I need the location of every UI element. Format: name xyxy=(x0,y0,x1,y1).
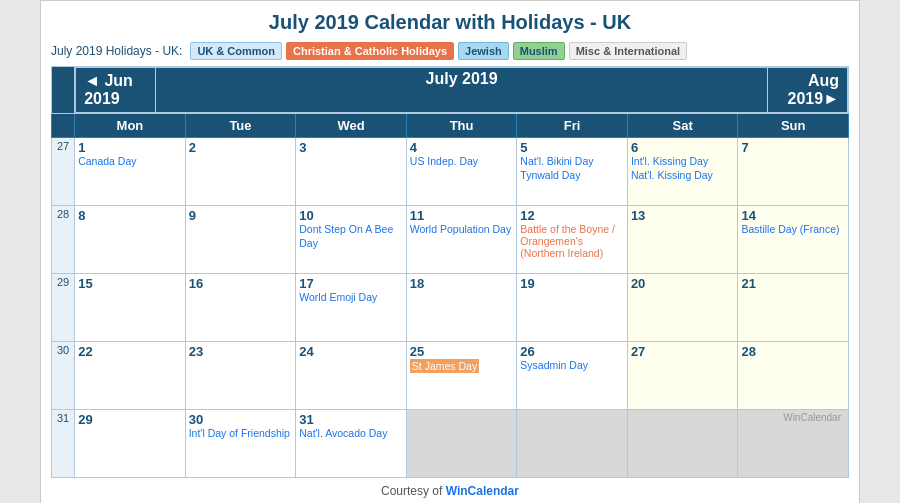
wincal-credit: WinCalendar xyxy=(741,412,845,423)
badge-muslim[interactable]: Muslim xyxy=(513,42,565,60)
calendar-container: July 2019 Calendar with Holidays - UK Ju… xyxy=(40,0,860,503)
day-7-jul: 7 xyxy=(738,138,849,206)
day-15-jul: 15 xyxy=(75,274,186,342)
day-27-jul: 27 xyxy=(627,342,738,410)
table-row: 30 22 23 24 25 St James Day 26 Sysadmin … xyxy=(52,342,849,410)
day-2-jul: 2 xyxy=(185,138,296,206)
footer-prefix: Courtesy of xyxy=(381,484,446,498)
day-16-jul: 16 xyxy=(185,274,296,342)
day-12-jul: 12 Battle of the Boyne / Orangemen's (No… xyxy=(517,206,628,274)
day-21-jul: 21 xyxy=(738,274,849,342)
footer: Courtesy of WinCalendar xyxy=(51,484,849,498)
header-tue: Tue xyxy=(185,114,296,138)
wincalendar-link[interactable]: WinCalendar xyxy=(446,484,519,498)
day-29-jul: 29 xyxy=(75,410,186,478)
day-11-jul: 11 World Population Day xyxy=(406,206,517,274)
nav-prev[interactable]: ◄ Jun 2019 xyxy=(76,68,156,113)
day-5-jul: 5 Nat'l. Bikini Day Tynwald Day xyxy=(517,138,628,206)
badge-uk[interactable]: UK & Common xyxy=(190,42,282,60)
st-james-day: St James Day xyxy=(410,359,479,373)
day-23-jul: 23 xyxy=(185,342,296,410)
day-30-jul: 30 Int'l Day of Friendship xyxy=(185,410,296,478)
legend-label: July 2019 Holidays - UK: xyxy=(51,44,182,58)
nav-next[interactable]: Aug 2019► xyxy=(768,68,848,113)
day-28-jul: 28 xyxy=(738,342,849,410)
day-14-jul: 14 Bastille Day (France) xyxy=(738,206,849,274)
header-row: Mon Tue Wed Thu Fri Sat Sun xyxy=(52,114,849,138)
header-thu: Thu xyxy=(406,114,517,138)
table-row: 28 8 9 10 Dont Step On A Bee Day 11 Worl… xyxy=(52,206,849,274)
week-num-header xyxy=(52,67,75,114)
day-20-jul: 20 xyxy=(627,274,738,342)
day-empty-sun: WinCalendar xyxy=(738,410,849,478)
page-title: July 2019 Calendar with Holidays - UK xyxy=(51,11,849,34)
week-num-col xyxy=(52,114,75,138)
day-13-jul: 13 xyxy=(627,206,738,274)
day-24-jul: 24 xyxy=(296,342,407,410)
header-mon: Mon xyxy=(75,114,186,138)
week-num-30: 30 xyxy=(52,342,75,410)
header-wed: Wed xyxy=(296,114,407,138)
table-row: 31 29 30 Int'l Day of Friendship 31 Nat'… xyxy=(52,410,849,478)
header-sat: Sat xyxy=(627,114,738,138)
week-num-31: 31 xyxy=(52,410,75,478)
header-sun: Sun xyxy=(738,114,849,138)
day-10-jul: 10 Dont Step On A Bee Day xyxy=(296,206,407,274)
badge-misc[interactable]: Misc & International xyxy=(569,42,688,60)
day-empty-sat xyxy=(627,410,738,478)
day-17-jul: 17 World Emoji Day xyxy=(296,274,407,342)
day-19-jul: 19 xyxy=(517,274,628,342)
header-fri: Fri xyxy=(517,114,628,138)
legend-row: July 2019 Holidays - UK: UK & Common Chr… xyxy=(51,42,849,60)
day-6-jul: 6 Int'l. Kissing Day Nat'l. Kissing Day xyxy=(627,138,738,206)
day-3-jul: 3 xyxy=(296,138,407,206)
week-num-27: 27 xyxy=(52,138,75,206)
day-empty-thu xyxy=(406,410,517,478)
day-26-jul: 26 Sysadmin Day xyxy=(517,342,628,410)
badge-christian[interactable]: Christian & Catholic Holidays xyxy=(286,42,454,60)
calendar-table: ◄ Jun 2019 July 2019 Aug 2019► Mon Tue W… xyxy=(51,66,849,478)
day-31-jul: 31 Nat'l. Avocado Day xyxy=(296,410,407,478)
badge-jewish[interactable]: Jewish xyxy=(458,42,509,60)
day-25-jul: 25 St James Day xyxy=(406,342,517,410)
nav-title: July 2019 xyxy=(156,68,768,113)
day-22-jul: 22 xyxy=(75,342,186,410)
nav-row: ◄ Jun 2019 July 2019 Aug 2019► xyxy=(52,67,849,114)
day-empty-fri xyxy=(517,410,628,478)
week-num-28: 28 xyxy=(52,206,75,274)
day-1-jul: 1 Canada Day xyxy=(75,138,186,206)
table-row: 27 1 Canada Day 2 3 4 US Indep. Day 5 Na… xyxy=(52,138,849,206)
day-4-jul: 4 US Indep. Day xyxy=(406,138,517,206)
day-8-jul: 8 xyxy=(75,206,186,274)
table-row: 29 15 16 17 World Emoji Day 18 19 20 21 xyxy=(52,274,849,342)
day-9-jul: 9 xyxy=(185,206,296,274)
week-num-29: 29 xyxy=(52,274,75,342)
day-18-jul: 18 xyxy=(406,274,517,342)
